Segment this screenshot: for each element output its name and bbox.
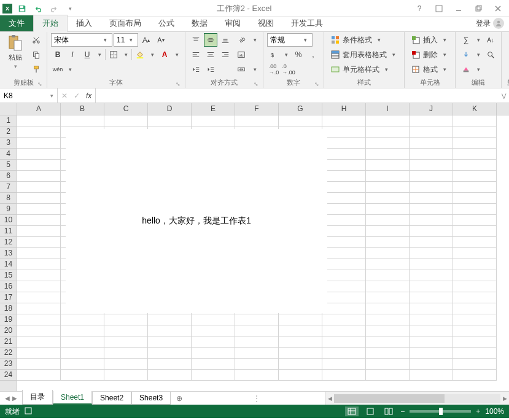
cell[interactable] (322, 314, 366, 325)
cell[interactable] (453, 215, 497, 226)
cell[interactable] (366, 248, 410, 259)
cell[interactable] (410, 336, 453, 348)
row-header[interactable]: 18 (0, 303, 17, 314)
cell[interactable] (61, 182, 104, 193)
accounting-dropdown-icon[interactable]: ▾ (282, 52, 290, 58)
cells-area[interactable]: hello，大家好，我是工作表1 (17, 115, 509, 391)
cell-styles-button[interactable]: 单元格样式▾ (328, 63, 400, 76)
cell[interactable] (279, 259, 322, 270)
cell[interactable] (61, 281, 104, 292)
cell[interactable] (17, 215, 61, 226)
cell[interactable] (148, 348, 192, 359)
cell[interactable] (410, 182, 453, 193)
minimize-button[interactable] (451, 2, 466, 15)
tab-view[interactable]: 视图 (249, 15, 282, 31)
cell[interactable] (192, 259, 235, 270)
cell[interactable] (148, 370, 192, 381)
cell[interactable] (366, 226, 410, 237)
cell[interactable] (235, 126, 279, 138)
cell[interactable] (148, 226, 192, 237)
row-header[interactable]: 24 (0, 370, 17, 381)
row-header[interactable]: 9 (0, 204, 17, 215)
cell[interactable] (192, 348, 235, 359)
cell[interactable] (235, 259, 279, 270)
tab-developer[interactable]: 开发工具 (282, 15, 332, 31)
cell[interactable] (410, 281, 453, 292)
cell[interactable] (322, 126, 366, 138)
cell[interactable] (235, 226, 279, 237)
comma-format-button[interactable]: , (306, 48, 320, 61)
cell[interactable] (148, 204, 192, 215)
fill-dropdown-icon[interactable]: ▾ (474, 52, 483, 58)
align-right-button[interactable] (219, 48, 232, 61)
cell[interactable] (322, 281, 366, 292)
cell[interactable] (148, 259, 192, 270)
cell[interactable] (235, 193, 279, 204)
column-header[interactable]: I (366, 103, 410, 115)
cell[interactable] (17, 237, 61, 248)
page-break-view-button[interactable] (382, 406, 395, 416)
cell[interactable] (235, 336, 279, 348)
autosum-dropdown-icon[interactable]: ▾ (474, 37, 483, 43)
cell[interactable] (104, 115, 148, 126)
sheet-tab-sheet1[interactable]: Sheet1 (53, 391, 92, 405)
cell[interactable] (192, 182, 235, 193)
cell[interactable] (410, 303, 453, 314)
cell[interactable] (235, 370, 279, 381)
cell[interactable] (104, 314, 148, 325)
cell[interactable] (104, 138, 148, 149)
cell[interactable] (453, 270, 497, 281)
cell[interactable] (17, 336, 61, 348)
cell[interactable] (235, 359, 279, 370)
cut-button[interactable] (29, 33, 43, 47)
cell[interactable] (192, 160, 235, 171)
increase-decimal-button[interactable]: .00→.0 (267, 63, 281, 76)
cell[interactable] (453, 281, 497, 292)
fill-color-button[interactable] (133, 48, 147, 61)
cell[interactable] (192, 370, 235, 381)
tab-review[interactable]: 审阅 (216, 15, 249, 31)
cell[interactable] (61, 160, 104, 171)
cell[interactable] (235, 292, 279, 303)
cell[interactable] (17, 281, 61, 292)
format-cells-button[interactable]: 格式▾ (408, 63, 451, 76)
cell[interactable] (148, 126, 192, 138)
cell[interactable] (322, 204, 366, 215)
cell[interactable] (104, 336, 148, 348)
cell[interactable] (279, 215, 322, 226)
cell[interactable] (366, 336, 410, 348)
sheet-tab-sheet3[interactable]: Sheet3 (131, 392, 171, 405)
border-button[interactable] (107, 48, 120, 61)
cell[interactable] (235, 303, 279, 314)
cell[interactable] (453, 314, 497, 325)
cell[interactable] (148, 115, 192, 126)
font-size-select[interactable]: 11▾ (114, 33, 138, 47)
cell[interactable] (61, 126, 104, 138)
cell[interactable] (104, 248, 148, 259)
border-dropdown-icon[interactable]: ▾ (122, 52, 130, 58)
cell[interactable] (192, 270, 235, 281)
row-header[interactable]: 7 (0, 182, 17, 193)
cell[interactable] (366, 292, 410, 303)
column-header[interactable]: H (322, 103, 366, 115)
row-header[interactable]: 8 (0, 193, 17, 204)
row-header[interactable]: 1 (0, 115, 17, 126)
cell[interactable] (453, 171, 497, 182)
horizontal-scrollbar[interactable]: ◀ ▶ (325, 392, 509, 405)
cell[interactable] (235, 314, 279, 325)
merge-dropdown-icon[interactable]: ▾ (251, 63, 259, 76)
cell[interactable] (104, 237, 148, 248)
delete-cells-button[interactable]: 删除▾ (408, 48, 451, 61)
cell[interactable] (192, 281, 235, 292)
format-as-table-button[interactable]: 套用表格格式▾ (328, 48, 400, 61)
cell[interactable] (453, 138, 497, 149)
sheet-tab-sheet2[interactable]: Sheet2 (92, 392, 131, 405)
cell[interactable] (235, 204, 279, 215)
cell[interactable] (192, 248, 235, 259)
cell[interactable] (410, 171, 453, 182)
cell[interactable] (61, 237, 104, 248)
cell[interactable] (410, 204, 453, 215)
wrap-text-button[interactable]: ab (235, 48, 248, 61)
cell[interactable] (322, 115, 366, 126)
enter-formula-icon[interactable]: ✓ (74, 91, 80, 100)
